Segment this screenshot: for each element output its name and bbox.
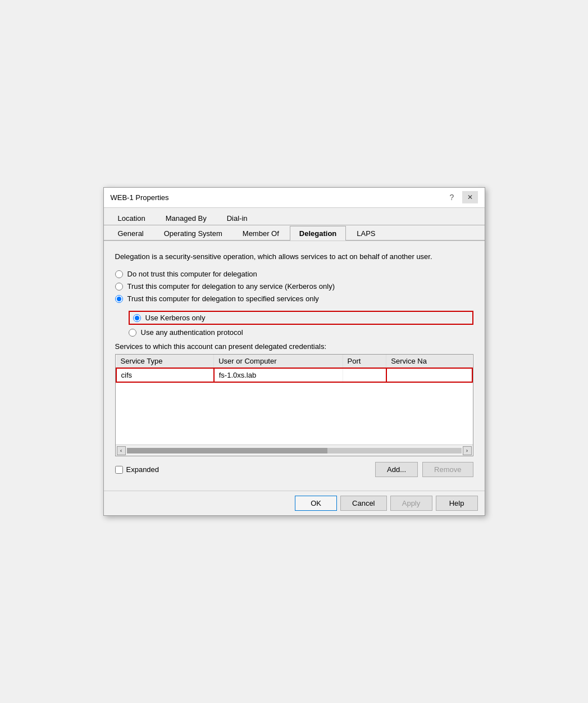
window-title: WEB-1 Properties (111, 193, 169, 202)
cell-user-or-computer: fs-1.0xs.lab (214, 368, 343, 382)
radio-specified-services[interactable]: Trust this computer for delegation to sp… (115, 294, 473, 303)
help-dialog-button[interactable]: Help (436, 496, 478, 511)
radio-specified-input[interactable] (115, 295, 123, 303)
scroll-left-button[interactable]: ‹ (117, 446, 126, 455)
tab-member-of[interactable]: Member Of (233, 226, 289, 241)
scroll-track[interactable] (127, 448, 462, 453)
cell-port (343, 368, 386, 382)
cancel-button[interactable]: Cancel (340, 496, 386, 511)
content-area: Delegation is a security-sensitive opera… (104, 241, 485, 491)
delegation-description: Delegation is a security-sensitive opera… (115, 251, 473, 262)
table-buttons: Add... Remove (375, 462, 473, 477)
table-body-area: Service Type User or Computer Port Servi… (116, 355, 473, 445)
sub-radio-any-auth-label: Use any authentication protocol (141, 328, 243, 337)
radio-any-service-input[interactable] (115, 283, 123, 291)
tab-delegation[interactable]: Delegation (290, 226, 346, 241)
services-table: Service Type User or Computer Port Servi… (116, 355, 473, 383)
radio-no-trust[interactable]: Do not trust this computer for delegatio… (115, 270, 473, 278)
bottom-controls: Expanded Add... Remove (115, 462, 473, 477)
radio-no-trust-label: Do not trust this computer for delegatio… (127, 270, 257, 278)
cell-service-type: cifs (116, 368, 214, 382)
services-label: Services to which this account can prese… (115, 342, 473, 351)
title-bar-buttons: ? ✕ (444, 191, 478, 203)
services-table-container: Service Type User or Computer Port Servi… (115, 354, 473, 456)
sub-radio-kerberos[interactable]: Use Kerberos only (129, 311, 473, 325)
tab-laps[interactable]: LAPS (347, 226, 385, 241)
tab-row-1: Location Managed By Dial-in (104, 208, 485, 225)
sub-radio-group: Use Kerberos only Use any authentication… (129, 311, 473, 337)
sub-radio-any-auth-input[interactable] (129, 329, 136, 337)
col-port: Port (343, 355, 386, 368)
radio-any-service[interactable]: Trust this computer for delegation to an… (115, 282, 473, 291)
col-service-name: Service Na (386, 355, 472, 368)
radio-any-service-label: Trust this computer for delegation to an… (127, 282, 335, 291)
sub-radio-any-auth[interactable]: Use any authentication protocol (129, 328, 473, 337)
table-header-row: Service Type User or Computer Port Servi… (116, 355, 472, 368)
title-bar: WEB-1 Properties ? ✕ (104, 188, 485, 208)
tab-dial-in[interactable]: Dial-in (217, 211, 257, 225)
tab-location[interactable]: Location (108, 211, 155, 225)
remove-button[interactable]: Remove (422, 462, 473, 477)
tab-row-2: General Operating System Member Of Deleg… (104, 225, 485, 241)
expanded-label: Expanded (126, 465, 159, 474)
radio-no-trust-input[interactable] (115, 270, 123, 278)
scroll-right-button[interactable]: › (463, 446, 472, 455)
expanded-checkbox[interactable] (115, 466, 123, 474)
title-bar-left: WEB-1 Properties (111, 193, 169, 202)
scroll-thumb (127, 448, 328, 453)
help-button[interactable]: ? (444, 191, 460, 203)
sub-radio-kerberos-input[interactable] (133, 314, 141, 322)
tab-general[interactable]: General (108, 226, 153, 241)
cell-service-name (386, 368, 472, 382)
tabs-container: Location Managed By Dial-in General Oper… (104, 208, 485, 241)
sub-radio-kerberos-label: Use Kerberos only (145, 314, 206, 322)
dialog-window: WEB-1 Properties ? ✕ Location Managed By… (103, 187, 485, 516)
radio-specified-label: Trust this computer for delegation to sp… (127, 294, 319, 303)
ok-button[interactable]: OK (295, 496, 337, 511)
tab-operating-system[interactable]: Operating System (154, 226, 232, 241)
dialog-buttons: OK Cancel Apply Help (104, 491, 485, 515)
main-radio-group: Do not trust this computer for delegatio… (115, 270, 473, 303)
close-button[interactable]: ✕ (462, 191, 478, 203)
tab-managed-by[interactable]: Managed By (156, 211, 216, 225)
horizontal-scrollbar[interactable]: ‹ › (116, 445, 473, 456)
table-row[interactable]: cifs fs-1.0xs.lab (116, 368, 472, 382)
col-user-or-computer: User or Computer (214, 355, 343, 368)
apply-button[interactable]: Apply (390, 496, 432, 511)
expanded-checkbox-item[interactable]: Expanded (115, 465, 159, 474)
col-service-type: Service Type (116, 355, 214, 368)
add-button[interactable]: Add... (375, 462, 418, 477)
